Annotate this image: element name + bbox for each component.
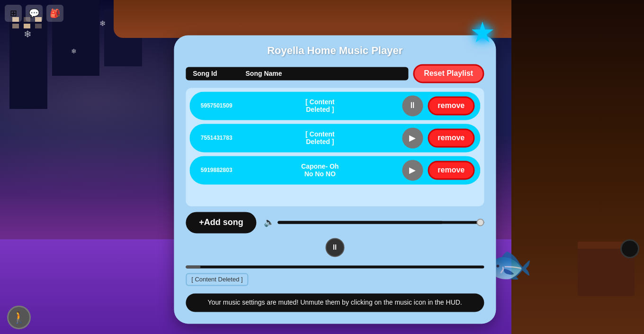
song-name-1: [ ContentDeleted ] — [242, 98, 397, 113]
progress-bar[interactable] — [186, 265, 484, 268]
progress-fill — [186, 265, 201, 268]
current-song-area: [ Content Deleted ] — [186, 273, 484, 289]
star-decoration: ★ — [470, 18, 508, 56]
snowflake-2: ❄ — [71, 47, 77, 55]
play-button-2[interactable]: ▶ — [402, 127, 423, 148]
header-row: Song Id Song Name Reset Playlist — [186, 64, 484, 83]
mute-warning: Your music settings are muted! Unmute th… — [186, 293, 484, 312]
song-list-inner: 5957501509 [ ContentDeleted ] ⏸ remove 7… — [189, 91, 480, 188]
chat-icon[interactable]: 💬 — [26, 5, 43, 22]
volume-area: 🔈 — [264, 217, 484, 227]
remove-button-3[interactable]: remove — [428, 161, 474, 180]
pause-button-1[interactable]: ⏸ — [402, 95, 423, 116]
play-button-3[interactable]: ▶ — [402, 160, 423, 181]
main-pause-button[interactable]: ⏸ — [325, 238, 344, 257]
avatar-bottom-left[interactable]: 🚶 — [7, 306, 31, 329]
song-id-1: 5957501509 — [195, 102, 238, 109]
song-row-3: 5919882803 Capone- OhNo No NO ▶ remove — [189, 156, 480, 184]
column-headers: Song Id Song Name — [186, 67, 408, 80]
main-controls: ⏸ — [186, 238, 484, 262]
snowflake-1: ❄ — [24, 28, 32, 40]
bottom-controls: +Add song 🔈 — [186, 212, 484, 233]
remove-button-1[interactable]: remove — [428, 96, 474, 115]
bag-icon[interactable]: 🎒 — [46, 5, 63, 22]
volume-icon: 🔈 — [264, 217, 274, 227]
avatar-icon: 🚶 — [12, 311, 26, 324]
remove-button-2[interactable]: remove — [428, 128, 474, 147]
song-list: 5957501509 [ ContentDeleted ] ⏸ remove 7… — [186, 88, 484, 206]
song-id-2: 7551431783 — [195, 135, 238, 141]
current-song-label: [ Content Deleted ] — [186, 273, 248, 286]
volume-slider[interactable] — [278, 221, 484, 224]
music-player-modal: ★ Royella Home Music Player Song Id Song… — [174, 35, 496, 324]
song-id-3: 5919882803 — [195, 167, 238, 173]
volume-fill — [278, 221, 443, 224]
song-name-column-header: Song Name — [246, 70, 282, 77]
song-name-3: Capone- OhNo No NO — [242, 162, 397, 178]
snowflake-3: ❄ — [99, 19, 106, 28]
modal-title: Royella Home Music Player — [186, 45, 484, 57]
roblox-logo-icon[interactable]: ⊞ — [5, 5, 22, 22]
song-row-1: 5957501509 [ ContentDeleted ] ⏸ remove — [189, 91, 480, 120]
song-id-column-header: Song Id — [193, 70, 217, 77]
song-name-2: [ ContentDeleted ] — [242, 130, 397, 145]
reset-playlist-button[interactable]: Reset Playlist — [413, 64, 484, 83]
top-left-icons: ⊞ 💬 🎒 — [5, 5, 63, 22]
pot — [620, 239, 639, 258]
add-song-button[interactable]: +Add song — [186, 212, 257, 233]
volume-thumb — [476, 218, 484, 226]
song-row-2: 7551431783 [ ContentDeleted ] ▶ remove — [189, 124, 480, 152]
